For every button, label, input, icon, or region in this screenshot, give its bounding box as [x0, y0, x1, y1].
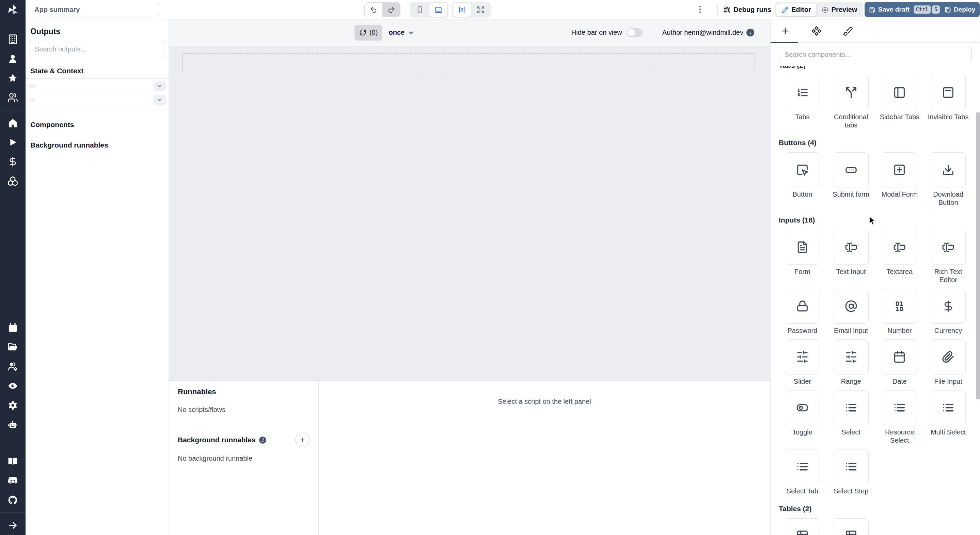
component-label: Number: [888, 326, 912, 335]
deploy-label: Deploy: [954, 6, 975, 13]
deploy-button[interactable]: Deploy: [940, 2, 980, 17]
component-card-modal-form[interactable]: Modal Form: [875, 152, 924, 206]
rail-item-github[interactable]: [0, 490, 25, 510]
component-card-rich-text-editor[interactable]: Rich Text Editor: [924, 230, 972, 284]
more-menu-button[interactable]: [695, 5, 705, 15]
expand-row-button[interactable]: [154, 81, 166, 91]
info-icon[interactable]: i: [259, 436, 266, 444]
component-label: Tabs: [795, 113, 810, 121]
center-align-button[interactable]: [453, 3, 471, 17]
info-icon[interactable]: i: [746, 29, 754, 37]
component-label: Textarea: [887, 267, 913, 276]
run-mode-select[interactable]: once: [388, 29, 414, 37]
square-plus-icon: [893, 164, 906, 176]
github-icon: [8, 495, 18, 505]
rail-item-users[interactable]: [0, 88, 25, 107]
component-card-conditional-tabs[interactable]: Conditional tabs: [827, 75, 875, 129]
component-card-form[interactable]: Form: [778, 230, 827, 284]
rail-item-dollar[interactable]: [0, 152, 25, 171]
component-card-date[interactable]: Date: [875, 339, 924, 385]
search-outputs-input[interactable]: [29, 41, 165, 57]
rail-item-calendar[interactable]: [0, 318, 25, 337]
empty-component-dropzone[interactable]: [183, 53, 755, 72]
binary-icon: [893, 300, 906, 313]
undo-redo-group: [364, 2, 401, 17]
rail-item-users-cog[interactable]: [0, 357, 25, 376]
left-rail: [0, 0, 25, 535]
add-background-runnable-button[interactable]: [295, 433, 310, 447]
redo-button[interactable]: [382, 3, 400, 17]
component-card-sidebar-tabs[interactable]: Sidebar Tabs: [875, 75, 924, 129]
component-card-email-input[interactable]: Email Input: [827, 289, 875, 335]
tab-components-tree[interactable]: [811, 25, 822, 37]
desktop-view-button[interactable]: [430, 3, 447, 17]
rail-item-play[interactable]: [0, 133, 25, 152]
tab-preview[interactable]: Preview: [816, 3, 862, 16]
save-draft-button[interactable]: Save draft CtrlS: [865, 2, 944, 17]
scrollbar-thumb[interactable]: [976, 112, 980, 399]
rail-item-boxes[interactable]: [0, 171, 25, 191]
component-card-tabs[interactable]: Tabs: [778, 75, 827, 129]
component-card-currency[interactable]: Currency: [924, 289, 972, 335]
dollar-icon: [8, 157, 18, 167]
state-row-state[interactable]: [25, 93, 169, 107]
component-label: Modal Form: [881, 190, 918, 198]
rail-item-bot[interactable]: [0, 415, 25, 434]
rail-item-settings[interactable]: [0, 396, 25, 415]
canvas-body[interactable]: [169, 46, 770, 380]
undo-button[interactable]: [365, 3, 382, 17]
component-card-table[interactable]: [827, 518, 875, 535]
script-hint: Select a script on the left panel: [319, 381, 770, 535]
rail-item-eye[interactable]: [0, 376, 25, 396]
editor-label: Editor: [791, 6, 811, 14]
component-card-multi-select[interactable]: Multi Select: [924, 390, 972, 444]
component-card-toggle[interactable]: Toggle: [778, 390, 827, 444]
user-icon: [8, 53, 18, 64]
tab-editor[interactable]: Editor: [776, 3, 816, 16]
component-card-table[interactable]: [778, 518, 827, 535]
component-card-number[interactable]: Number: [875, 289, 924, 335]
rail-divider: [0, 513, 25, 513]
component-card-textarea[interactable]: Textarea: [875, 230, 924, 284]
mobile-view-button[interactable]: [410, 3, 429, 17]
component-card-select-step[interactable]: Select Step: [827, 449, 875, 495]
component-card-invisible-tabs[interactable]: Invisible Tabs: [924, 75, 972, 129]
split-icon: [845, 86, 858, 99]
component-card-resource-select[interactable]: Resource Select: [875, 390, 924, 444]
fullscreen-button[interactable]: [472, 3, 490, 17]
rail-item-user[interactable]: [0, 49, 25, 69]
component-card-text-input[interactable]: Text Input: [827, 230, 875, 284]
rail-item-home[interactable]: [0, 113, 25, 133]
component-card-select-tab[interactable]: Select Tab: [778, 449, 827, 495]
component-label: Resource Select: [877, 428, 922, 444]
component-card-download-button[interactable]: Download Button: [924, 152, 972, 206]
sliders-icon: [796, 351, 809, 363]
sliders-icon: [845, 351, 858, 363]
tab-insert-component[interactable]: [780, 25, 791, 37]
debug-runs-button[interactable]: Debug runs: [718, 3, 777, 16]
windmill-logo[interactable]: [0, 0, 25, 19]
app-summary-input[interactable]: [29, 3, 159, 16]
state-row-ctx[interactable]: [25, 78, 169, 93]
rail-item-discord[interactable]: [0, 471, 25, 490]
refresh-button[interactable]: (0): [355, 25, 382, 40]
lock-icon: [796, 300, 809, 313]
component-card-slider[interactable]: Slider: [778, 339, 827, 385]
pointer-square-icon: [796, 164, 809, 176]
component-card-range[interactable]: Range: [827, 339, 875, 385]
rail-item-book-open[interactable]: [0, 452, 25, 471]
component-card-submit-form[interactable]: Submit form: [827, 152, 875, 206]
tab-theme[interactable]: [842, 25, 854, 37]
rail-item-star[interactable]: [0, 69, 25, 88]
component-card-password[interactable]: Password: [778, 289, 827, 335]
rail-item-arrow-right[interactable]: [0, 516, 25, 535]
search-components-input[interactable]: [779, 47, 972, 62]
component-card-button[interactable]: Button: [778, 152, 827, 206]
rail-item-folder-open[interactable]: [0, 337, 25, 357]
hide-bar-toggle[interactable]: [627, 28, 643, 37]
component-label: Email Input: [834, 326, 868, 335]
expand-row-button[interactable]: [154, 95, 166, 105]
rail-item-building[interactable]: [0, 30, 25, 49]
component-card-file-input[interactable]: File Input: [924, 339, 972, 385]
component-card-select[interactable]: Select: [827, 390, 875, 444]
